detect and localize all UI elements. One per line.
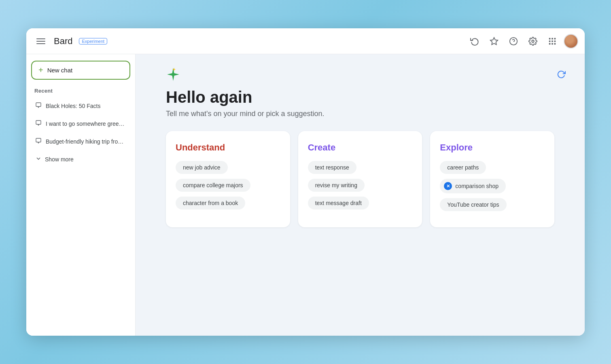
svg-rect-6 — [554, 38, 556, 39]
svg-rect-12 — [554, 43, 556, 44]
topbar-right — [467, 33, 578, 49]
svg-point-3 — [532, 40, 534, 42]
chat-icon — [35, 102, 42, 110]
svg-rect-7 — [549, 40, 551, 42]
new-chat-label: New chat — [47, 67, 73, 74]
svg-rect-15 — [36, 138, 41, 142]
pill-new-job-advice[interactable]: new job advice — [176, 161, 228, 174]
refresh-icon — [557, 70, 566, 79]
sparkle-icon — [166, 67, 180, 82]
apps-button[interactable] — [544, 33, 560, 49]
recent-item-text: Black Holes: 50 Facts — [46, 103, 100, 109]
pill-text-response[interactable]: text response — [308, 161, 356, 174]
explore-card-title: Explore — [440, 142, 545, 153]
svg-rect-8 — [552, 40, 553, 42]
recent-section-label: Recent — [31, 86, 130, 95]
hamburger-menu-button[interactable] — [33, 33, 49, 49]
show-more-label: Show more — [45, 156, 74, 163]
bard-plugin-icon — [444, 182, 452, 190]
plus-icon: + — [38, 66, 43, 75]
help-button[interactable] — [505, 33, 522, 49]
app-name: Bard — [54, 36, 72, 47]
main-layout: + New chat Recent Black Holes: 50 Facts … — [26, 54, 585, 336]
suggestion-cards: Understand new job advice compare colleg… — [166, 131, 554, 227]
svg-rect-14 — [36, 121, 41, 124]
pill-character-from-book[interactable]: character from a book — [176, 197, 245, 210]
content-inner: Hello again Tell me what's on your mind … — [166, 67, 554, 227]
explore-card: Explore career paths comparison shop You… — [430, 131, 554, 227]
history-button[interactable] — [467, 33, 483, 49]
history-icon — [470, 37, 479, 46]
chat-icon — [35, 138, 42, 146]
hamburger-line — [36, 38, 45, 39]
greeting-text: Hello again — [166, 88, 554, 106]
create-card-title: Create — [308, 142, 413, 153]
user-avatar[interactable] — [564, 34, 578, 49]
refresh-suggestions-button[interactable] — [554, 67, 569, 82]
hamburger-line — [36, 43, 45, 44]
create-pills: text response revise my writing text mes… — [308, 161, 413, 214]
topbar-left: Bard Experiment — [33, 33, 107, 49]
subtitle-text: Tell me what's on your mind or pick a su… — [166, 110, 554, 118]
explore-pills: career paths comparison shop YouTube cre… — [440, 161, 545, 216]
pill-text-message-draft[interactable]: text message draft — [308, 197, 369, 210]
recent-item-text: I want to go somewhere green ... — [46, 121, 126, 127]
pill-comparison-shop-label: comparison shop — [455, 183, 499, 189]
svg-marker-0 — [490, 37, 498, 44]
understand-card: Understand new job advice compare colleg… — [166, 131, 290, 227]
pill-compare-college-majors[interactable]: compare college majors — [176, 179, 250, 192]
settings-button[interactable] — [525, 33, 541, 49]
svg-rect-5 — [552, 38, 553, 39]
svg-rect-9 — [554, 40, 556, 42]
browser-window: Bard Experiment — [26, 28, 585, 336]
svg-rect-10 — [549, 43, 551, 44]
experiment-badge: Experiment — [79, 38, 107, 44]
hamburger-line — [36, 41, 45, 42]
sidebar: + New chat Recent Black Holes: 50 Facts … — [26, 54, 136, 336]
settings-icon — [528, 37, 537, 46]
pill-career-paths[interactable]: career paths — [440, 161, 486, 174]
topbar: Bard Experiment — [26, 28, 585, 54]
pill-revise-writing[interactable]: revise my writing — [308, 179, 365, 192]
understand-pills: new job advice compare college majors ch… — [176, 161, 280, 214]
svg-rect-11 — [552, 43, 553, 44]
bard-star-icon — [166, 67, 554, 83]
pill-youtube-creator-tips[interactable]: YouTube creator tips — [440, 198, 506, 211]
recent-item[interactable]: I want to go somewhere green ... — [31, 116, 130, 131]
show-more-button[interactable]: Show more — [31, 152, 130, 167]
svg-rect-13 — [36, 103, 41, 106]
svg-rect-4 — [549, 38, 551, 39]
recent-item[interactable]: Budget-friendly hiking trip from ... — [31, 134, 130, 149]
help-icon — [509, 37, 518, 46]
new-chat-button[interactable]: + New chat — [31, 61, 130, 80]
chat-icon — [35, 120, 42, 128]
favorites-button[interactable] — [486, 33, 502, 49]
create-card: Create text response revise my writing t… — [298, 131, 422, 227]
recent-item[interactable]: Black Holes: 50 Facts — [31, 99, 130, 113]
recent-item-text: Budget-friendly hiking trip from ... — [46, 138, 126, 145]
star-outline-icon — [490, 37, 499, 46]
content-area: Hello again Tell me what's on your mind … — [136, 54, 585, 336]
pill-comparison-shop[interactable]: comparison shop — [440, 179, 506, 193]
chevron-down-icon — [35, 155, 42, 163]
understand-card-title: Understand — [176, 142, 280, 153]
grid-icon — [548, 37, 557, 46]
